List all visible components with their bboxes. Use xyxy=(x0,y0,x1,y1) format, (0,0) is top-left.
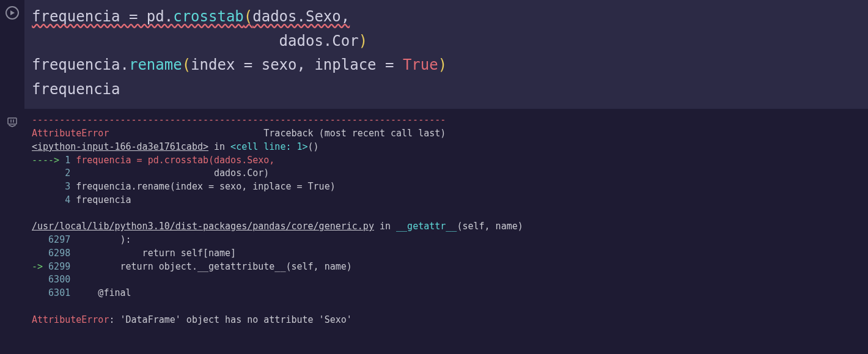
code-text: dados.Sexo, xyxy=(252,8,350,25)
line-num: 3 xyxy=(32,181,70,192)
code-pad xyxy=(32,32,279,50)
code-line-3: frequencia.rename(index = sexo, inplace … xyxy=(32,53,861,78)
ipython-link[interactable]: <ipython-input-166-da3e1761cabd> xyxy=(32,141,208,152)
code-keyword: True xyxy=(403,56,438,73)
svg-rect-0 xyxy=(8,118,17,124)
tb-line-6299: -> 6299 return object.__getattribute__(s… xyxy=(32,260,861,274)
error-message: AttributeError: 'DataFrame' object has n… xyxy=(32,314,861,327)
file-link[interactable]: /usr/local/lib/python3.10/dist-packages/… xyxy=(32,221,374,232)
run-cell-button[interactable] xyxy=(6,6,19,20)
line-num: 2 xyxy=(32,168,70,179)
line-num: 6299 xyxy=(48,261,70,272)
tb-code: frequencia.rename(index = sexo, inplace … xyxy=(70,181,335,192)
blank-line xyxy=(32,207,861,221)
code-text: frequencia = pd. xyxy=(32,8,173,25)
tb-line-4: 4 frequencia xyxy=(32,194,861,207)
code-line-1: frequencia = pd.crosstab(dados.Sexo, xyxy=(32,5,861,29)
code-text: rename xyxy=(129,56,182,73)
code-text: index = sexo, inplace = xyxy=(191,56,403,73)
arrow: -> xyxy=(32,261,48,272)
tb-code: @final xyxy=(70,287,131,298)
line-num: 1 xyxy=(65,155,70,166)
in-word: in xyxy=(374,221,396,232)
tb-code: return self[name] xyxy=(70,248,236,259)
code-line-2: dados.Cor) xyxy=(32,29,861,54)
error-name: AttributeError xyxy=(32,314,109,325)
paren-close: ) xyxy=(359,32,367,50)
in-word: in xyxy=(208,141,230,152)
tb-line-6297: 6297 ): xyxy=(32,234,861,247)
line-num: 6297 xyxy=(32,234,70,245)
traceback-source: <ipython-input-166-da3e1761cabd> in <cel… xyxy=(32,141,861,154)
tb-code: frequencia xyxy=(70,194,131,205)
traceback-label: Traceback (most recent call last) xyxy=(109,128,446,139)
code-line-4: frequencia xyxy=(32,78,861,102)
output-cell: ----------------------------------------… xyxy=(0,109,868,331)
tb-line-6300: 6300 xyxy=(32,273,861,287)
line-num: 6301 xyxy=(32,287,70,298)
error-detail: : 'DataFrame' object has no attribute 'S… xyxy=(109,314,351,325)
tb-code: dados.Cor) xyxy=(70,168,269,179)
code-cell: frequencia = pd.crosstab(dados.Sexo, dad… xyxy=(0,0,868,109)
tb-code: return object.__getattribute__(self, nam… xyxy=(70,261,352,272)
code-text: dados.Cor xyxy=(279,32,359,50)
tb-file-source: /usr/local/lib/python3.10/dist-packages/… xyxy=(32,220,861,234)
code-text: frequencia xyxy=(32,81,120,98)
error-divider: ----------------------------------------… xyxy=(32,114,861,127)
func-name: __getattr__ xyxy=(396,221,457,232)
gutter xyxy=(0,0,24,109)
tb-line-3: 3 frequencia.rename(index = sexo, inplac… xyxy=(32,180,861,194)
cell-line-ref: <cell line: 1> xyxy=(230,141,307,152)
output-area[interactable]: ----------------------------------------… xyxy=(24,109,868,331)
code-text: crosstab xyxy=(173,8,244,25)
paren-close: ) xyxy=(438,56,447,73)
func-sig: (self, name) xyxy=(457,221,523,232)
error-name: AttributeError xyxy=(32,128,109,139)
play-icon xyxy=(9,10,15,16)
code-text: frequencia. xyxy=(32,56,129,73)
tb-line-1: ----> 1 frequencia = pd.crosstab(dados.S… xyxy=(32,154,861,168)
output-action-button[interactable] xyxy=(6,115,19,128)
output-gutter xyxy=(0,109,24,331)
arrow: ----> xyxy=(32,155,65,166)
tb-line-6298: 6298 return self[name] xyxy=(32,247,861,260)
blank-line xyxy=(32,300,861,314)
tb-code: ): xyxy=(70,234,131,245)
paren-open: ( xyxy=(182,56,191,73)
paren-open: ( xyxy=(244,8,252,25)
output-action-icon xyxy=(7,116,18,127)
line-num: 6300 xyxy=(32,274,70,285)
paren: () xyxy=(308,141,319,152)
traceback-header: AttributeError Traceback (most recent ca… xyxy=(32,127,861,141)
code-editor[interactable]: frequencia = pd.crosstab(dados.Sexo, dad… xyxy=(24,0,868,109)
tb-code: frequencia = pd.crosstab(dados.Sexo, xyxy=(70,155,274,166)
tb-line-2: 2 dados.Cor) xyxy=(32,167,861,180)
line-num: 4 xyxy=(32,194,70,205)
tb-line-6301: 6301 @final xyxy=(32,287,861,300)
line-num: 6298 xyxy=(32,248,70,259)
